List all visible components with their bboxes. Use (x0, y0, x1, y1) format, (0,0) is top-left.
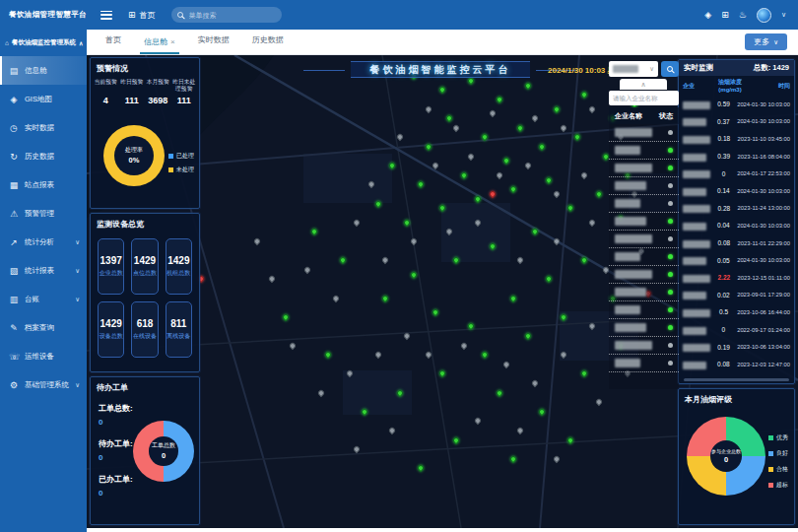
concentration-value: 0.39 (710, 153, 738, 160)
chevron-up-icon: ∧ (79, 39, 83, 46)
realtime-row[interactable]: 0.08 2023-12-03 12:47:00 (679, 356, 794, 373)
realtime-row[interactable]: 0.18 2023-11-10 03:45:00 (679, 130, 794, 148)
status-dot (668, 343, 673, 348)
sidebar-item[interactable]: ▦ 站点报表 (0, 170, 87, 199)
company-row[interactable] (609, 284, 679, 301)
realtime-row[interactable]: 0.59 2024-01-30 10:03:00 (679, 96, 794, 113)
realtime-row[interactable]: 0 2022-09-17 01:24:00 (679, 321, 794, 339)
timestamp: 2023-10-06 13:04:00 (737, 344, 790, 350)
map-title-banner: 餐饮油烟智能监控云平台 (351, 61, 530, 78)
close-icon[interactable]: × (170, 37, 175, 46)
rating-donut: 参与企业总数 0 (687, 417, 765, 496)
company-row[interactable] (609, 195, 679, 213)
redacted-company-name (683, 205, 710, 213)
shield-icon[interactable]: ◈ (704, 10, 711, 20)
company-row[interactable] (609, 266, 679, 284)
realtime-row[interactable]: 0.02 2023-09-01 17:29:00 (679, 287, 794, 304)
realtime-row[interactable]: 0.28 2023-11-24 13:00:00 (679, 200, 794, 218)
realtime-row[interactable]: 2.22 2023-12-15 01:11:00 (679, 269, 794, 287)
company-search-button[interactable] (661, 61, 679, 77)
sidebar-item-icon: ◷ (9, 123, 19, 133)
sidebar-item-label: 运维设备 (25, 352, 54, 362)
sidebar-item[interactable]: ▤ 信息舱 (0, 56, 87, 85)
realtime-row[interactable]: 0.04 2024-01-30 10:03:00 (679, 217, 794, 234)
company-row[interactable] (609, 177, 679, 195)
sidebar-item[interactable]: ▥ 台账 ∨ (0, 285, 87, 313)
tab[interactable]: 实时数据 (194, 34, 233, 54)
sidebar-item[interactable]: ◈ GIS地图 (0, 85, 87, 113)
scrollbar[interactable] (684, 378, 789, 381)
alert-stat-label: 昨日未处理预警 (171, 79, 198, 94)
sidebar-item[interactable]: ⚠ 预警管理 (0, 199, 87, 228)
collapse-tab[interactable]: ∧ (620, 79, 667, 90)
timestamp: 2023-11-24 13:00:00 (738, 205, 790, 211)
company-row[interactable] (609, 160, 679, 177)
company-select[interactable]: ∨ (609, 61, 658, 77)
alert-stat-value: 111 (119, 96, 146, 105)
more-button[interactable]: 更多 ∨ (745, 33, 787, 50)
realtime-row[interactable]: 0 2024-01-17 22:53:00 (679, 165, 794, 182)
tab[interactable]: 首页 (101, 34, 125, 54)
status-dot (668, 148, 673, 153)
timestamp: 2023-10-06 16:44:00 (737, 309, 790, 315)
sidebar-item-label: 统计报表 (25, 266, 54, 276)
sidebar-item-icon: ☏ (9, 352, 19, 362)
company-list: 企业名称 状态 (609, 107, 679, 389)
company-row[interactable] (609, 248, 679, 266)
tab-bar: 首页 信息舱 × 实时数据 历史数据 更多 ∨ (87, 30, 798, 55)
concentration-value: 0.02 (710, 292, 738, 299)
breadcrumb[interactable]: ⊞ 首页 (128, 10, 156, 21)
realtime-row[interactable]: 0.05 2024-01-30 10:03:00 (679, 251, 794, 269)
sidebar-item[interactable]: ↗ 统计分析 ∨ (0, 228, 87, 256)
realtime-row[interactable]: 0.39 2023-11-16 08:04:00 (679, 148, 794, 166)
realtime-column-headers: 企业 油烟浓度 (mg/m3) 时间 (679, 76, 794, 96)
realtime-row[interactable]: 0.14 2024-01-30 10:03:00 (679, 182, 794, 200)
realtime-row[interactable]: 0.19 2023-10-06 13:04:00 (679, 338, 794, 356)
status-dot (668, 325, 673, 330)
realtime-row[interactable]: 0.37 2024-01-30 10:03:00 (679, 113, 794, 131)
col-company: 企业 (683, 82, 714, 91)
menu-toggle-icon[interactable] (100, 11, 112, 20)
concentration-value: 0.19 (710, 344, 737, 351)
sidebar-header-label: 餐饮油烟监控管理系统 (12, 38, 76, 47)
sidebar-header[interactable]: ⌂ 餐饮油烟监控管理系统 ∧ (0, 30, 87, 56)
company-row[interactable] (609, 301, 679, 319)
flame-icon[interactable]: ♨ (739, 10, 747, 20)
fullscreen-icon[interactable]: ⊞ (721, 10, 729, 20)
concentration-value: 0 (710, 170, 737, 177)
company-name-input[interactable] (609, 91, 679, 105)
menu-search-input[interactable] (187, 11, 281, 20)
redacted-company-name (683, 188, 706, 196)
card-value: 1397 (100, 255, 122, 266)
tab[interactable]: 历史数据 (248, 34, 288, 54)
legend-item: 超标 (768, 481, 788, 490)
tab[interactable]: 信息舱 × (140, 36, 179, 54)
avatar[interactable] (757, 8, 771, 23)
redacted-company-name (683, 118, 706, 126)
company-row[interactable] (609, 142, 679, 160)
sidebar-item[interactable]: ↻ 历史数据 (0, 142, 87, 170)
company-row[interactable] (609, 231, 679, 248)
redacted-company-name (683, 240, 710, 248)
company-row[interactable] (609, 124, 679, 142)
card-value: 618 (137, 318, 154, 329)
sidebar-item[interactable]: ⚙ 基础管理系统 ∨ (0, 370, 87, 399)
company-row[interactable] (609, 337, 679, 355)
company-row[interactable] (609, 319, 679, 337)
concentration-value: 0.37 (710, 118, 738, 125)
sidebar-item-icon: ▧ (9, 266, 19, 276)
sidebar-item[interactable]: ✎ 档案查询 (0, 313, 87, 342)
redacted-company-name (683, 101, 710, 109)
sidebar-item[interactable]: ☏ 运维设备 (0, 342, 87, 370)
realtime-row[interactable]: 0.5 2023-10-06 16:44:00 (679, 303, 794, 321)
donut-center-value: 0 (724, 455, 728, 464)
sidebar-item[interactable]: ▧ 统计报表 ∨ (0, 256, 87, 285)
status-dot (668, 183, 673, 188)
realtime-row[interactable]: 0.08 2023-11-01 22:29:00 (679, 234, 794, 252)
work-order-stats: 工单总数: 0 待办工单: 0 已办工单: 0 (99, 403, 133, 509)
company-row[interactable] (609, 355, 679, 372)
company-row[interactable] (609, 213, 679, 231)
work-order-label: 已办工单: (99, 474, 133, 485)
chevron-down-icon[interactable]: ∨ (781, 11, 786, 19)
sidebar-item[interactable]: ◷ 实时数据 (0, 113, 87, 142)
